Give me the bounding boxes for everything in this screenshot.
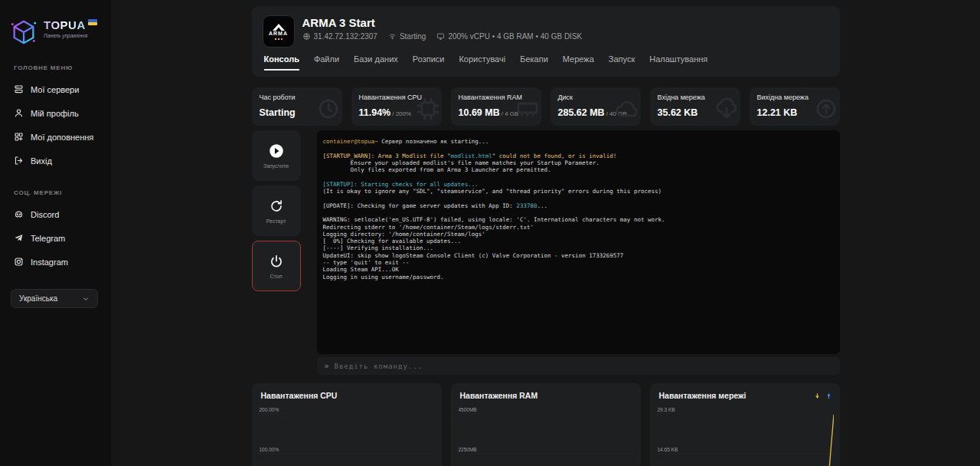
arrow-down-icon — [814, 392, 821, 399]
servers-icon — [14, 84, 24, 94]
stat-value: 10.69 MB — [459, 107, 500, 118]
sidebar-item-telegram[interactable]: Telegram — [0, 226, 111, 250]
console-line — [323, 173, 834, 180]
chart-card-2: Навантаження мережі29.3 KB14.65 KB — [650, 383, 840, 466]
y-axis-tick: 2250MB — [459, 447, 477, 452]
console-text — [323, 173, 327, 180]
server-status: Starting — [388, 32, 426, 41]
sidebar-item-my-servers[interactable]: Мої сервери — [0, 77, 111, 101]
cloud-down-icon — [714, 97, 739, 121]
chart-title: Навантаження RAM — [460, 391, 538, 400]
arma3-logo-text: ARMA — [269, 31, 288, 37]
console-line — [323, 195, 834, 202]
console-line: [ 0%] Checking for available updates... — [323, 238, 834, 244]
language-select[interactable]: Українська — [11, 289, 98, 308]
instagram-icon — [14, 257, 24, 267]
tab-settings[interactable]: Налаштування — [649, 54, 707, 71]
console-text: container@topua~ — [323, 138, 382, 145]
tab-files[interactable]: Файли — [314, 54, 339, 71]
console-text: 233780 — [516, 202, 537, 209]
stat-value: 11.94% — [359, 107, 391, 118]
console-text: UpdateUI: skip show logoSteam Console Cl… — [323, 252, 624, 259]
discord-icon — [14, 209, 24, 219]
console-line: [STARTUP]: Starting checks for all updat… — [323, 181, 834, 188]
sidebar-item-logout[interactable]: Вихід — [0, 149, 111, 172]
tab-backups[interactable]: Бекапи — [520, 54, 548, 71]
console-text: [UPDATE]: Checking for game server updat… — [323, 202, 517, 209]
stat-value: 12.21 KB — [757, 107, 798, 118]
sidebar-section-header: ГОЛОВНЕ МЕНЮ — [0, 64, 111, 71]
console-text: [STARTUP_WARN]: Arma 3 Modlist file " — [323, 153, 451, 159]
tab-users[interactable]: Користувачі — [459, 54, 505, 71]
play-icon — [269, 143, 284, 159]
console-text: -- type 'quit' to exit -- — [323, 259, 410, 266]
profile-icon — [14, 108, 24, 118]
cloud-icon — [615, 97, 639, 121]
ukraine-flag-icon — [88, 19, 97, 25]
brand-name: TOPUA — [44, 18, 86, 31]
main-area: ARMA ARMA 3 Start 31.42.72.132:2307 — [111, 0, 980, 466]
stat-value: Starting — [260, 107, 296, 118]
console-line — [323, 209, 834, 216]
tab-console[interactable]: Консоль — [264, 54, 299, 71]
stat-suffix: / 200% — [392, 110, 411, 117]
tab-network[interactable]: Мережа — [563, 54, 594, 71]
console-output[interactable]: container@topua~ Сервер позначено як sta… — [317, 130, 840, 354]
tab-startup[interactable]: Запуск — [609, 54, 635, 71]
stop-button[interactable]: Стоп — [252, 241, 301, 291]
telegram-icon — [14, 233, 24, 243]
logout-icon — [14, 156, 24, 166]
sidebar-item-label: Мій профіль — [31, 109, 79, 118]
command-input[interactable] — [335, 363, 832, 370]
cpu-icon — [416, 97, 440, 121]
stat-value: 285.62 MB — [558, 107, 605, 118]
tab-bar: КонсольФайлиБази данихРозписиКористувачі… — [263, 54, 829, 71]
power-button-label: Рестарт — [266, 218, 286, 224]
up-circle-icon — [814, 97, 838, 121]
console-text: WARNING: setlocale('en_US.UTF-8') failed… — [323, 216, 665, 223]
console-line: (It is okay to ignore any "SDL", "steams… — [323, 188, 834, 195]
console-line: Loading Steam API...OK — [323, 266, 834, 273]
chart-card-1: Навантаження RAM4500MB2250MB — [451, 383, 641, 466]
sidebar-item-label: Мої сервери — [31, 85, 79, 94]
start-button[interactable]: Запустити — [252, 130, 301, 181]
server-status-text: Starting — [400, 32, 426, 41]
console-line: -- type 'quit' to exit -- — [323, 259, 834, 266]
wifi-icon — [388, 32, 397, 41]
console-text: modlist.html — [451, 153, 492, 159]
console-text: [ 0%] Checking for available updates... — [323, 238, 462, 244]
chart-title: Навантаження CPU — [261, 391, 338, 400]
arrow-up-icon — [825, 392, 832, 399]
power-button-label: Запустити — [263, 163, 289, 169]
brand[interactable]: TOPUA Панель управління — [0, 0, 111, 48]
stat-value: 35.62 KB — [658, 107, 698, 118]
y-axis-tick: 14.65 KB — [658, 447, 678, 452]
restart-button[interactable]: Рестарт — [252, 185, 301, 236]
command-prompt-icon: » — [325, 362, 329, 370]
console-zone: ЗапуститиРестартСтоп container@topua~ Се… — [252, 130, 840, 375]
sidebar-item-my-profile[interactable]: Мій профіль — [0, 101, 111, 125]
tab-databases[interactable]: Бази даних — [354, 54, 398, 71]
console-text: Redirecting stderr to '/home/container/S… — [323, 224, 534, 231]
addons-icon — [14, 132, 24, 142]
brand-text: TOPUA Панель управління — [44, 18, 97, 38]
console-text — [323, 209, 327, 216]
stat-card-ram: Навантаження RAM10.69 MB/ 4 GB — [451, 87, 541, 126]
console-text — [323, 145, 327, 152]
command-bar: » — [317, 357, 840, 375]
stat-card-cloud-down: Вхідна мережа35.62 KB — [650, 87, 740, 126]
console-line: WARNING: setlocale('en_US.UTF-8') failed… — [323, 216, 834, 223]
sidebar-item-instagram[interactable]: Instagram — [0, 250, 111, 274]
stats-row: Час роботиStartingНавантаження CPU11.94%… — [252, 87, 840, 126]
sidebar-item-label: Telegram — [31, 234, 65, 243]
console-line: Logging directory: '/home/container/Stea… — [323, 231, 834, 238]
console-line — [323, 145, 834, 152]
sidebar-item-my-addons[interactable]: Мої доповнення — [0, 125, 111, 149]
stat-card-up-circle: Вихідна мережа12.21 KB — [750, 87, 840, 126]
sidebar-item-discord[interactable]: Discord — [0, 202, 111, 226]
brand-cube-icon — [9, 18, 38, 48]
tab-schedules[interactable]: Розписи — [413, 54, 445, 71]
charts-row: Навантаження CPU200.00%100.00%Навантажен… — [252, 383, 840, 466]
power-buttons: ЗапуститиРестартСтоп — [252, 130, 301, 375]
stat-card-cpu: Навантаження CPU11.94%/ 200% — [351, 87, 442, 126]
